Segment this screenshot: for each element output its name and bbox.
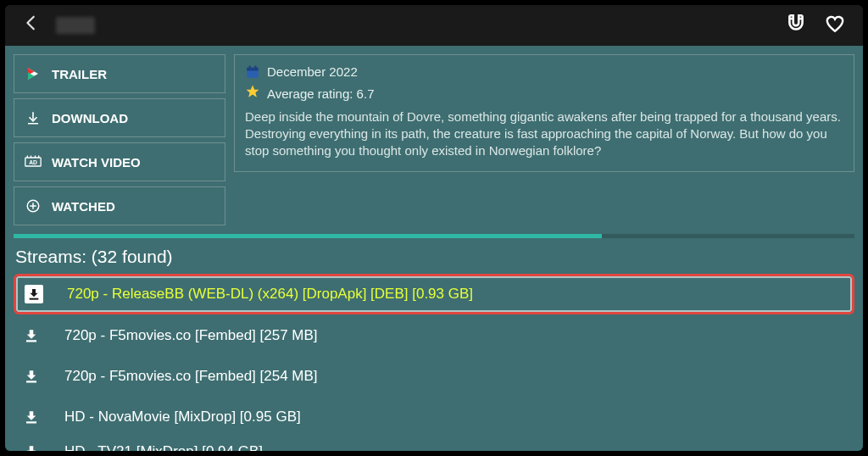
rating-text: Average rating: 6.7 <box>267 86 374 103</box>
progress-fill <box>14 234 602 238</box>
download-arrow-icon <box>22 444 41 452</box>
trailer-label: TRAILER <box>52 67 107 81</box>
watched-button[interactable]: WATCHED <box>14 186 225 225</box>
svg-marker-23 <box>27 330 36 339</box>
stream-item[interactable]: 720p - F5movies.co [Fembed] [254 MB] <box>14 355 854 396</box>
stream-label: HD - TV21 [MixDrop] [0.94 GB] <box>64 443 263 452</box>
top-bar <box>5 5 863 46</box>
play-icon <box>25 66 42 81</box>
svg-rect-18 <box>249 66 251 70</box>
heart-icon[interactable] <box>815 9 854 42</box>
watch-video-button[interactable]: AD WATCH VIDEO <box>14 142 225 181</box>
svg-rect-22 <box>30 298 39 300</box>
download-arrow-icon <box>22 369 41 384</box>
svg-marker-20 <box>247 86 259 97</box>
stream-item[interactable]: 720p - F5movies.co [Fembed] [257 MB] <box>14 314 854 355</box>
stream-label: 720p - F5movies.co [Fembed] [254 MB] <box>64 368 318 385</box>
title-placeholder <box>56 17 95 34</box>
star-icon <box>245 84 260 104</box>
svg-rect-19 <box>254 66 256 70</box>
svg-rect-24 <box>26 340 36 342</box>
svg-marker-29 <box>27 446 36 451</box>
download-arrow-icon <box>25 285 43 303</box>
streams-list: 720p - ReleaseBB (WEB-DL) (x264) [DropAp… <box>14 274 854 451</box>
svg-rect-17 <box>247 68 259 71</box>
info-panel: December 2022 Average rating: 6.7 Deep i… <box>234 54 854 172</box>
back-button[interactable] <box>14 8 49 42</box>
watched-label: WATCHED <box>52 199 115 214</box>
plus-circle-icon <box>25 198 42 214</box>
stream-label: HD - NovaMovie [MixDrop] [0.95 GB] <box>64 409 301 425</box>
watch-video-label: WATCH VIDEO <box>52 155 141 170</box>
description-text: Deep inside the mountain of Dovre, somet… <box>245 108 843 160</box>
stream-item[interactable]: HD - TV21 [MixDrop] [0.94 GB] <box>14 437 854 451</box>
svg-text:AD: AD <box>29 159 37 165</box>
svg-rect-26 <box>26 381 36 382</box>
stream-item[interactable]: HD - NovaMovie [MixDrop] [0.95 GB] <box>14 396 854 437</box>
stream-label: 720p - F5movies.co [Fembed] [257 MB] <box>64 327 318 344</box>
stream-item-highlighted[interactable]: 720p - ReleaseBB (WEB-DL) (x264) [DropAp… <box>14 274 854 314</box>
download-button[interactable]: DOWNLOAD <box>14 98 225 137</box>
progress-bar <box>14 234 854 238</box>
streams-heading: Streams: (32 found) <box>15 247 854 267</box>
action-sidebar: TRAILER DOWNLOAD AD WATCH VIDEO <box>14 54 225 225</box>
stream-label: 720p - ReleaseBB (WEB-DL) (x264) [DropAp… <box>67 286 473 303</box>
svg-marker-21 <box>30 289 37 297</box>
ad-icon: AD <box>25 155 42 169</box>
magnet-icon[interactable] <box>776 9 815 42</box>
download-arrow-icon <box>22 409 41 425</box>
trailer-button[interactable]: TRAILER <box>14 54 225 93</box>
svg-marker-25 <box>27 370 36 380</box>
calendar-icon <box>245 64 260 80</box>
download-arrow-icon <box>22 328 41 343</box>
svg-marker-27 <box>27 411 36 420</box>
svg-rect-28 <box>26 421 36 423</box>
release-date: December 2022 <box>267 64 358 81</box>
download-icon <box>25 110 42 125</box>
download-label: DOWNLOAD <box>52 111 128 125</box>
